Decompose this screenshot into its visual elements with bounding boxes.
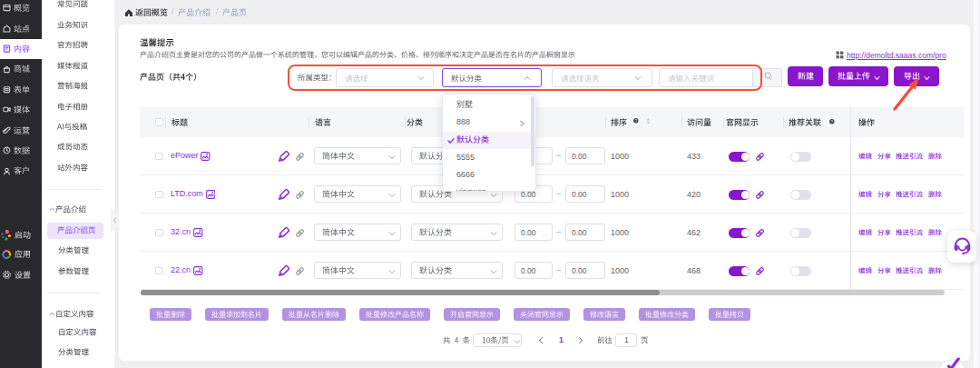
svg-text:?: ? [831,119,834,124]
svg-text:?: ? [635,119,638,124]
